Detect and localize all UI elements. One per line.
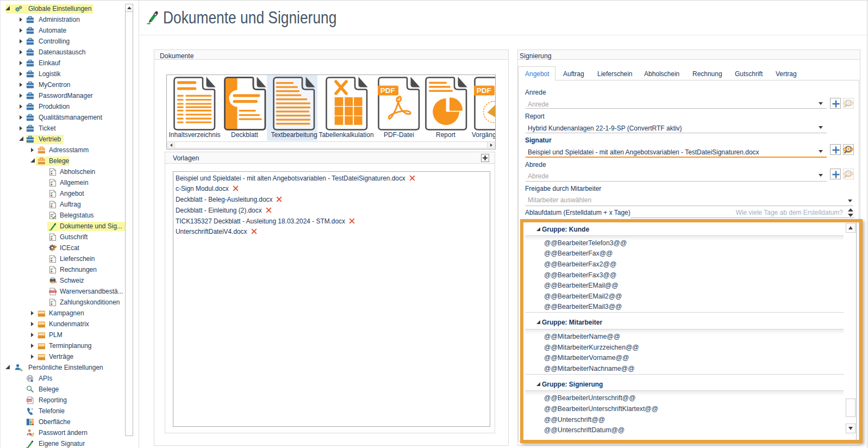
svg-text:PDF: PDF <box>477 86 491 95</box>
svg-text:PDF: PDF <box>27 399 32 401</box>
svg-text:PDF: PDF <box>380 86 395 95</box>
